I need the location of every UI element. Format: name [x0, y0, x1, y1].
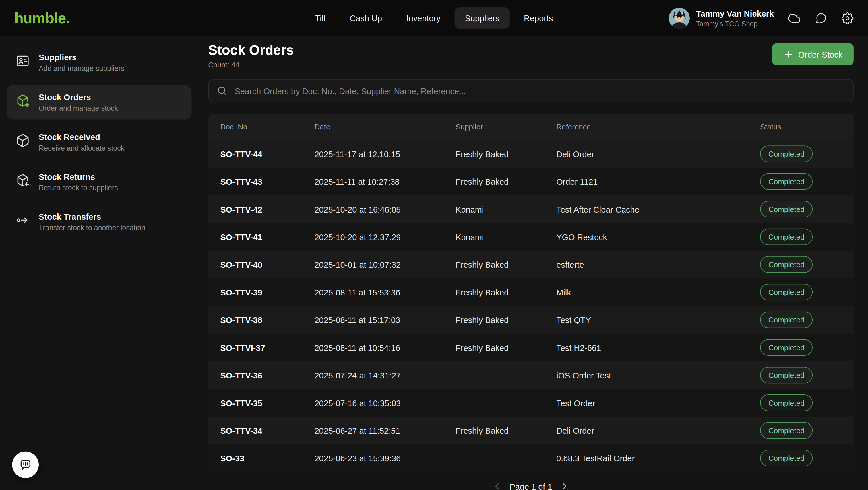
- chat-icon: [815, 12, 827, 24]
- status-cell: Completed: [760, 284, 854, 300]
- table-row[interactable]: SO-TTV-362025-07-24 at 14:31:27iOS Order…: [208, 361, 854, 389]
- nav-item-cash-up[interactable]: Cash Up: [339, 7, 393, 29]
- sidebar-item-title: Stock Orders: [39, 92, 118, 102]
- column-header-doc-no: Doc. No.: [220, 123, 315, 131]
- table-body: SO-TTV-442025-11-17 at 12:10:15Freshly B…: [208, 140, 854, 472]
- settings-button[interactable]: [841, 12, 854, 24]
- status-cell: Completed: [760, 339, 854, 356]
- stock-orders-icon-wrap: [16, 94, 30, 108]
- supplier-cell: Freshly Baked: [456, 343, 556, 352]
- column-header-date: Date: [314, 123, 456, 131]
- doc-no-cell: SO-TTV-44: [220, 149, 315, 159]
- table-row[interactable]: SO-TTV-342025-06-27 at 11:52:51Freshly B…: [208, 417, 854, 444]
- table-row[interactable]: SO-332025-06-23 at 15:39:360.68.3 TestRa…: [208, 445, 854, 472]
- body: SuppliersAdd and manage suppliersStock O…: [0, 36, 868, 490]
- doc-no-cell: SO-TTVI-37: [220, 343, 315, 352]
- doc-no-cell: SO-TTV-40: [220, 260, 315, 269]
- next-page-button[interactable]: [559, 481, 570, 490]
- table-row[interactable]: SO-TTV-352025-07-16 at 10:35:03Test Orde…: [208, 389, 854, 417]
- status-badge: Completed: [760, 450, 813, 466]
- sidebar-item-title: Stock Transfers: [39, 212, 145, 222]
- table-row[interactable]: SO-TTV-402025-10-01 at 10:07:32Freshly B…: [208, 251, 854, 278]
- status-badge: Completed: [760, 228, 813, 245]
- date-cell: 2025-08-11 at 15:53:36: [314, 288, 456, 297]
- table-row[interactable]: SO-TTV-412025-10-20 at 12:37:29KonamiYGO…: [208, 223, 854, 251]
- stock-orders-icon: [16, 94, 30, 108]
- stock-returns-icon-wrap: [16, 173, 30, 188]
- user-org: Tammy's TCG Shop: [696, 20, 774, 28]
- sidebar-item-text: Stock OrdersOrder and manage stock: [39, 92, 118, 112]
- brand-logo: humble.: [14, 10, 70, 27]
- stock-transfers-icon: [16, 213, 30, 227]
- support-chat-fab[interactable]: [12, 452, 39, 478]
- date-cell: 2025-08-11 at 10:54:16: [314, 343, 456, 352]
- messenger-icon: [19, 458, 32, 471]
- chevron-right-icon: [559, 481, 570, 490]
- sidebar-item-stock-transfers[interactable]: Stock TransfersTransfer stock to another…: [7, 205, 191, 239]
- user-menu[interactable]: Tammy Van Niekerk Tammy's TCG Shop: [669, 8, 774, 29]
- table-row[interactable]: SO-TTV-432025-11-11 at 10:27:38Freshly B…: [208, 167, 854, 195]
- sidebar-item-stock-orders[interactable]: Stock OrdersOrder and manage stock: [7, 85, 191, 120]
- sidebar-item-text: Stock TransfersTransfer stock to another…: [39, 212, 145, 232]
- search-input[interactable]: [234, 86, 845, 96]
- sidebar-item-subtitle: Receive and allocate stock: [39, 144, 124, 152]
- sidebar-item-suppliers[interactable]: SuppliersAdd and manage suppliers: [7, 45, 191, 80]
- avatar-image: [669, 8, 690, 29]
- table-row[interactable]: SO-TTV-442025-11-17 at 12:10:15Freshly B…: [208, 140, 854, 167]
- supplier-cell: Freshly Baked: [456, 260, 556, 269]
- supplier-cell: Freshly Baked: [456, 149, 556, 159]
- sidebar-item-subtitle: Transfer stock to another location: [39, 224, 145, 232]
- sidebar-item-text: Stock ReceivedReceive and allocate stock: [39, 132, 124, 152]
- suppliers-icon-wrap: [16, 54, 30, 68]
- reference-cell: Milk: [556, 288, 760, 297]
- topbar-right: Tammy Van Niekerk Tammy's TCG Shop: [669, 8, 854, 29]
- status-badge: Completed: [760, 256, 813, 273]
- sidebar: SuppliersAdd and manage suppliersStock O…: [0, 36, 197, 244]
- status-cell: Completed: [760, 422, 854, 439]
- doc-no-cell: SO-TTV-34: [220, 426, 315, 435]
- user-name: Tammy Van Niekerk: [696, 9, 774, 19]
- sidebar-item-stock-returns[interactable]: Stock ReturnsReturn stock to suppliers: [7, 165, 191, 199]
- nav-item-till[interactable]: Till: [305, 7, 336, 29]
- avatar: [669, 8, 690, 29]
- column-header-supplier: Supplier: [456, 123, 556, 131]
- status-badge: Completed: [760, 145, 813, 162]
- status-badge: Completed: [760, 312, 813, 328]
- user-text: Tammy Van Niekerk Tammy's TCG Shop: [696, 9, 774, 28]
- page-title: Stock Orders: [208, 42, 293, 58]
- table-row[interactable]: SO-TTV-392025-08-11 at 15:53:36Freshly B…: [208, 278, 854, 306]
- nav-item-suppliers[interactable]: Suppliers: [454, 7, 510, 29]
- sidebar-item-stock-received[interactable]: Stock ReceivedReceive and allocate stock: [7, 125, 191, 160]
- status-cell: Completed: [760, 228, 854, 245]
- supplier-cell: Konami: [456, 204, 556, 214]
- status-badge: Completed: [760, 422, 813, 439]
- support-messages-button[interactable]: [815, 12, 827, 24]
- date-cell: 2025-08-11 at 15:17:03: [314, 315, 456, 324]
- nav-item-inventory[interactable]: Inventory: [396, 7, 451, 29]
- reference-cell: Deli Order: [556, 426, 760, 435]
- status-cell: Completed: [760, 256, 854, 273]
- stock-transfers-icon-wrap: [16, 213, 30, 227]
- column-header-reference: Reference: [556, 123, 760, 131]
- plus-icon: [783, 50, 794, 59]
- date-cell: 2025-10-20 at 12:37:29: [314, 232, 456, 241]
- reference-cell: esfterte: [556, 260, 760, 269]
- reference-cell: 0.68.3 TestRail Order: [556, 453, 760, 463]
- reference-cell: Test Order: [556, 398, 760, 408]
- table-row[interactable]: SO-TTVI-372025-08-11 at 10:54:16Freshly …: [208, 334, 854, 361]
- date-cell: 2025-07-24 at 14:31:27: [314, 370, 456, 380]
- app-window: humble. TillCash UpInventorySuppliersRep…: [0, 0, 868, 490]
- status-cell: Completed: [760, 450, 854, 466]
- table-row[interactable]: SO-TTV-382025-08-11 at 15:17:03Freshly B…: [208, 306, 854, 333]
- order-stock-button[interactable]: Order Stock: [772, 43, 854, 65]
- doc-no-cell: SO-TTV-38: [220, 315, 315, 324]
- chevron-left-icon: [492, 481, 503, 490]
- cloud-sync-button[interactable]: [788, 12, 800, 24]
- reference-cell: Order 1121: [556, 177, 760, 186]
- status-cell: Completed: [760, 367, 854, 384]
- nav-item-reports[interactable]: Reports: [513, 7, 563, 29]
- table-row[interactable]: SO-TTV-422025-10-20 at 16:46:05KonamiTes…: [208, 195, 854, 223]
- doc-no-cell: SO-TTV-35: [220, 398, 315, 408]
- search-bar: [208, 79, 854, 102]
- prev-page-button[interactable]: [492, 481, 503, 490]
